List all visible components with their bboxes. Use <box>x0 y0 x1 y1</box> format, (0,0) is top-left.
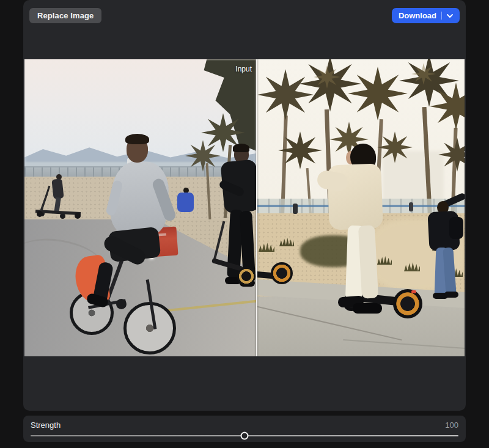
background-child-body <box>177 193 194 212</box>
woman-shoe <box>353 303 382 314</box>
output-photo-scene <box>257 59 465 356</box>
distant-person <box>293 204 298 214</box>
bike-front-wheel <box>123 302 176 354</box>
parked-scooter-wheel <box>37 211 43 217</box>
distant-building <box>383 151 444 203</box>
scooter-taillight <box>411 290 416 293</box>
parked-scooter-wheel <box>75 213 81 219</box>
distant-person <box>409 202 413 211</box>
bike-crank <box>116 299 127 309</box>
comparison-pane-output <box>257 59 465 356</box>
scooter-rear-wheel <box>393 289 422 318</box>
comparison-pane-input: Input <box>24 59 256 356</box>
input-label: Input <box>235 65 252 73</box>
strength-slider[interactable] <box>31 431 458 440</box>
download-button-separator <box>441 12 442 20</box>
replace-image-button[interactable]: Replace Image <box>29 8 101 23</box>
strength-slider-thumb[interactable] <box>241 432 249 440</box>
cyclist-hair <box>125 134 149 144</box>
comparison-slider-handle[interactable] <box>256 59 257 356</box>
standing-man-hair <box>233 144 249 152</box>
comparison-stage: Input <box>24 59 465 356</box>
standing-man-scooter-wheel <box>237 267 256 285</box>
strength-value: 100 <box>445 420 458 430</box>
chevron-down-icon[interactable] <box>447 14 453 18</box>
photographer-backpack <box>449 217 463 239</box>
background-person-body <box>51 178 64 199</box>
download-button[interactable]: Download <box>392 8 460 23</box>
download-button-label: Download <box>399 11 436 20</box>
edge-scooter-wheel <box>271 262 293 284</box>
strength-label: Strength <box>31 420 61 430</box>
strength-panel: Strength 100 <box>23 416 466 442</box>
photographer-shoe <box>444 292 458 298</box>
input-photo-scene <box>24 59 256 356</box>
editor-panel: Replace Image Download <box>23 0 466 411</box>
